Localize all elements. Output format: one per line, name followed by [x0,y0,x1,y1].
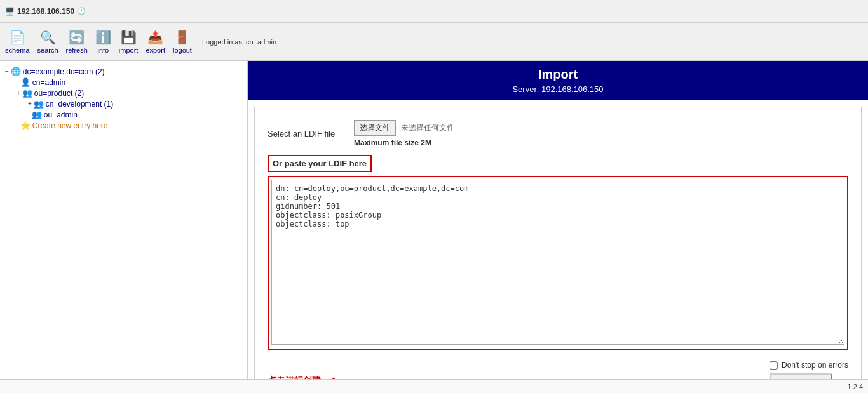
server-label: 🖥️ 192.168.106.150 🕐 [5,7,86,16]
tree-children-dc-example: 👤 cn=admin + 👥 ou=product (2) + 👥 cn=dev… [5,77,242,131]
dont-stop-label: Don't stop on errors [782,361,848,370]
tree-toggle-ou-product[interactable]: + [17,90,20,97]
ldif-textarea[interactable] [271,180,844,345]
sidebar: − 🌐 dc=example,dc=com (2) 👤 cn=admin + 👥… [0,61,248,379]
proceed-button[interactable]: Proceed >> [770,373,832,379]
page-title: Import [254,67,862,82]
tree-item-cn-admin[interactable]: 👤 cn=admin [17,77,242,88]
user-icon-admin: 👤 [20,77,31,87]
tree-label-cn-development: cn=development (1) [46,100,113,109]
choose-file-button[interactable]: 选择文件 [354,120,396,136]
logged-in-label: Logged in as: cn=admin [202,38,276,46]
info-label: info [97,46,109,54]
import-icon: 💾 [121,30,137,45]
paste-section: Or paste your LDIF here [268,155,848,350]
tree-children-ou-product: + 👥 cn=development (1) 👥 ou=admin [17,98,242,120]
tree-item-cn-development[interactable]: + 👥 cn=development (1) [28,98,242,109]
toolbar: 📄 schema 🔍 search 🔄 refresh ℹ️ info 💾 im… [0,23,868,61]
version-text: 1.2.4 [848,383,863,390]
proceed-area: Don't stop on errors Proceed >> [770,361,848,379]
group-icon-ou-admin: 👥 [32,110,42,119]
file-btn-row: 选择文件 未选择任何文件 [354,120,454,136]
search-icon: 🔍 [40,30,56,45]
server-icon: 🖥️ [5,7,15,16]
no-file-text: 未选择任何文件 [401,123,454,133]
max-file-size-label: Maximum file size 2M [354,138,454,147]
tree-label-create-new: Create new entry here [32,121,108,130]
clock-icon: 🕐 [77,7,86,15]
bottom-actions: 点击进行创建 ➔ Don't stop on errors Proceed >> [268,361,848,379]
content-area: Import Server: 192.168.106.150 Select an… [248,61,868,379]
select-ldif-label: Select an LDIF file [268,129,344,138]
paste-label: Or paste your LDIF here [268,155,372,172]
schema-icon: 📄 [10,30,25,45]
tree-toggle-cn-development[interactable]: + [28,100,32,107]
group-icon-dev: 👥 [34,99,44,109]
dont-stop-row: Don't stop on errors [770,361,848,370]
toolbar-info[interactable]: ℹ️ info [95,30,111,54]
tree-item-ou-admin[interactable]: 👥 ou=admin [28,109,242,120]
info-icon: ℹ️ [95,30,111,45]
content-header: Import Server: 192.168.106.150 [248,61,868,100]
toolbar-import[interactable]: 💾 import [119,30,139,54]
search-label: search [37,46,58,54]
tree-label-ou-admin: ou=admin [44,110,78,119]
toolbar-search[interactable]: 🔍 search [37,30,58,54]
annotation-text: 点击进行创建 [268,375,321,379]
refresh-label: refresh [66,46,88,54]
group-icon-product: 👥 [22,88,32,98]
toolbar-logout[interactable]: 🚪 logout [173,30,192,54]
server-subtitle: Server: 192.168.106.150 [254,84,862,94]
tree-toggle-dc-example[interactable]: − [5,68,9,75]
logout-label: logout [173,46,192,54]
import-form: Select an LDIF file 选择文件 未选择任何文件 Maximum… [254,107,862,379]
file-row: Select an LDIF file 选择文件 未选择任何文件 Maximum… [268,120,848,147]
refresh-icon: 🔄 [69,30,85,45]
star-icon: ⭐ [20,121,31,130]
toolbar-export[interactable]: 📤 export [146,30,165,54]
export-label: export [146,46,165,54]
tree-item-dc-example[interactable]: − 🌐 dc=example,dc=com (2) [5,66,242,77]
tree-label-cn-admin: cn=admin [32,78,65,87]
main-container: − 🌐 dc=example,dc=com (2) 👤 cn=admin + 👥… [0,61,868,379]
schema-label: schema [5,46,30,54]
tree-label-dc-example: dc=example,dc=com (2) [23,67,105,76]
file-controls: 选择文件 未选择任何文件 Maximum file size 2M [354,120,454,147]
dont-stop-checkbox[interactable] [770,361,778,370]
toolbar-refresh[interactable]: 🔄 refresh [66,30,88,54]
globe-icon: 🌐 [11,67,21,76]
tree-toggle-cn-admin [17,79,18,86]
export-icon: 📤 [147,30,163,45]
tree-item-create-new[interactable]: ⭐ Create new entry here [17,120,242,131]
import-label: import [119,46,139,54]
arrow-right-icon: ➔ [326,373,337,379]
ldif-textarea-wrapper [268,176,848,350]
tree-toggle-create [17,122,18,129]
logout-icon: 🚪 [174,30,190,45]
tree-label-ou-product: ou=product (2) [34,89,84,98]
tree-item-ou-product[interactable]: + 👥 ou=product (2) [17,88,242,98]
annotation-area: 点击进行创建 ➔ [268,373,337,379]
toolbar-schema[interactable]: 📄 schema [5,30,30,54]
server-address: 192.168.106.150 [17,7,74,16]
tree-toggle-ou-admin [28,111,30,118]
version-bar: 1.2.4 [0,379,868,393]
top-bar: 🖥️ 192.168.106.150 🕐 [0,0,868,23]
